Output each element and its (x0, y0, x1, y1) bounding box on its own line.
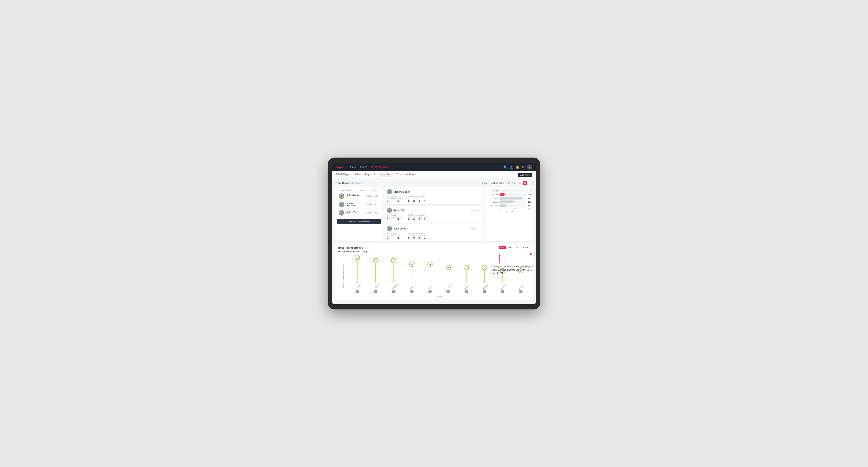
card-header-rees: Rees Britt 02 Sep 2023 (387, 208, 481, 213)
x-axis-label: Players (348, 295, 530, 297)
player-col-avatar (519, 290, 523, 293)
leaderboard-row-3[interactable]: 3 Cameron... 🏆 17/20 103 (337, 209, 381, 217)
bell-icon[interactable]: 🔔 (516, 165, 519, 169)
edit-icon[interactable]: ✏ (363, 182, 365, 184)
leaderboard-row-1[interactable]: 1 Richard Butler ♥ 19/20 110 (337, 192, 381, 200)
settings-view-btn[interactable]: ⋮ (528, 181, 533, 185)
player-col-avatar (355, 290, 359, 293)
people-icon[interactable]: 👤 (509, 165, 513, 169)
metric-putt-btn[interactable]: PUTT (522, 246, 530, 249)
card-stats-rees: Total Rounds Tournament 8 Practice 4 (387, 214, 481, 221)
activities-group-josh: Total Practice Activities OTT 0 APP 0 (408, 232, 428, 239)
rank-badge-3: 3 (342, 214, 344, 216)
rounds-sub-richard: Tournament 7 Practice 6 (387, 198, 403, 203)
view-leaderboard-button[interactable]: View Full Leaderboard (337, 219, 381, 224)
bar-fill (500, 193, 504, 196)
list-view-btn[interactable]: ☰ (518, 181, 522, 185)
sub-navigation: PGAT Players PGA Hcaps 1-5 Team Clippd T… (332, 171, 536, 178)
player-col-avatar (464, 290, 468, 293)
activities-group-richard: Total Practice Activities OTT 0 APP 0 (408, 196, 428, 203)
bar-label: Pars (487, 197, 499, 199)
bar-label: Bogeys (487, 201, 499, 203)
player-col-name: M. Miller (483, 284, 488, 290)
pb-score-2: 18/20 (365, 203, 371, 206)
logo: clippd (336, 165, 344, 169)
putt-label-r: PUTT (424, 198, 428, 199)
player-streak-col: 5xR. Britt (430, 266, 430, 283)
bar-row: Birdies 96 (487, 193, 531, 196)
nav-my-performance[interactable]: My Performance (371, 165, 390, 168)
add-team-button[interactable]: Add Team (518, 173, 532, 177)
player-col-avatar (501, 290, 504, 293)
player-col-avatar (410, 290, 414, 293)
streak-line (394, 263, 394, 283)
metric-arg-btn[interactable]: ARG (514, 246, 521, 249)
subtitle-main: Off The Tee (338, 250, 349, 253)
practice-val-r: 6 (398, 199, 403, 203)
grid-view-btn[interactable]: ⊞ (512, 181, 517, 185)
bar-row: Pars 499 (487, 197, 531, 199)
nav-home[interactable]: Home (349, 165, 356, 168)
streak-line (484, 270, 485, 283)
metric-ott-btn[interactable]: OTT (499, 246, 506, 249)
three-column-layout: PLAYER NAME PB SCORE PB AVG SQ 1 Richard… (335, 187, 533, 241)
card-stats-josh: Total Rounds Tournament 7 Practice 2 (387, 232, 481, 239)
player-col-avatar (374, 290, 377, 293)
rounds-sub-josh: Tournament 7 Practice 2 (387, 235, 403, 239)
period-dropdown[interactable]: Last 3 months Last 6 months Last 12 mont… (488, 181, 511, 185)
streak-line (430, 266, 430, 283)
subnav-hcaps[interactable]: Hcaps 1-5 (364, 173, 375, 176)
practice-label-rees: Practice (398, 216, 403, 218)
subnav-pga[interactable]: PGA (355, 173, 360, 176)
settings-icon[interactable]: ⚙ (522, 165, 525, 169)
x-label-400: 400 (528, 208, 531, 210)
subnav-pgat[interactable]: PGAT Players (336, 173, 350, 176)
bar-value: 96 (529, 194, 531, 195)
leaderboard-row-2[interactable]: 2 Edward Crossman 18/20 107 (337, 200, 381, 209)
metric-app-btn[interactable]: APP (506, 246, 513, 249)
bar-chart: Eagles 3 Birdies 96 Pars 499 Bogeys 311 (487, 189, 531, 207)
col-header-avg: PB AVG SQ (370, 189, 379, 191)
bar-row: Bogeys 311 (487, 200, 531, 203)
streak-bubble: 4x (482, 265, 487, 270)
player-streak-col: 6xD. Billingham (394, 263, 394, 283)
tournament-label-rees: Tournament (387, 216, 396, 218)
card-avatar-rees (387, 208, 392, 213)
nav-teams[interactable]: Teams (360, 165, 367, 168)
subnav-team-clippd[interactable]: Team Clippd (379, 173, 392, 177)
card-avatar-josh (387, 226, 392, 231)
rounds-group-rees: Total Rounds Tournament 8 Practice 4 (387, 214, 403, 221)
player-count: | (350, 182, 351, 184)
rounds-label-richard: Total Rounds (387, 196, 403, 197)
subnav-all-players[interactable]: All Players (405, 173, 416, 176)
ott-val-r: 0 (408, 199, 411, 203)
pb-avg-2: 107 (374, 203, 379, 206)
team-controls: Show Last 3 months Last 6 months Last 12… (482, 181, 533, 185)
avatar[interactable]: U (527, 164, 532, 169)
subtitle-sub: Fairway Accuracy (350, 250, 367, 253)
rank-badge-1: 1 (342, 197, 344, 199)
player-name-3: Cameron... (346, 211, 364, 213)
subnav-tour[interactable]: Tour (397, 173, 401, 176)
pb-avg-1: 110 (374, 195, 379, 197)
search-icon[interactable]: 🔍 (503, 165, 507, 169)
activities-label-r: Total Practice Activities (408, 196, 428, 197)
bar-fill (500, 189, 500, 192)
activities-group-rees: Total Practice Activities OTT 0 APP 0 (408, 214, 428, 221)
tablet-screen: clippd Home Teams My Performance 🔍 👤 🔔 ⚙… (332, 163, 536, 304)
callout-text: Here you can see streaks your players ha… (493, 264, 535, 275)
svg-marker-0 (530, 253, 533, 255)
player-cards-panel: Richard Butler Total Rounds Tournament 7 (384, 187, 484, 241)
y-ticks: 7 6 5 4 3 2 1 0 (343, 255, 344, 288)
arg-val-r: 0 (418, 199, 422, 203)
show-label: Show (482, 182, 487, 184)
rounds-sub-rees: Tournament 8 Practice 4 (387, 216, 403, 221)
app-val-r: 0 (413, 199, 416, 203)
streaks-title-text: Best Round Streaks (338, 246, 363, 249)
player-name-2: Edward Crossman (346, 202, 364, 207)
tournament-val-r: 7 (387, 199, 396, 203)
streak-bubble: 6x (391, 258, 396, 263)
chart-view-btn[interactable]: ▦ (523, 181, 527, 185)
streak-line (375, 263, 376, 283)
shot-chart-panel: Eagles 3 Birdies 96 Pars 499 Bogeys 311 (486, 187, 533, 241)
